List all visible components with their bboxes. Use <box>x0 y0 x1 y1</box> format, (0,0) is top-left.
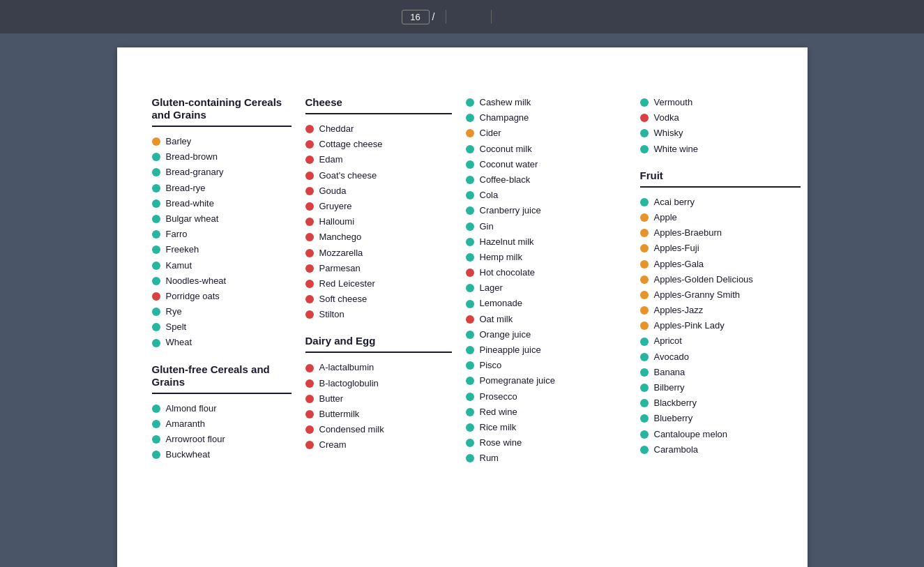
item-label: Cottage cheese <box>319 138 383 151</box>
page-number-input[interactable] <box>402 10 430 24</box>
indicator-dot <box>152 292 160 301</box>
list-item: Cider <box>466 127 626 139</box>
indicator-dot <box>640 244 649 252</box>
indicator-dot <box>152 435 160 444</box>
item-label: Amaranth <box>166 418 205 430</box>
section-0: Gluten-containing Cereals and GrainsBarl… <box>152 96 291 349</box>
indicator-dot <box>466 253 474 262</box>
list-item: Whisky <box>640 127 801 139</box>
list-item: Amaranth <box>152 418 291 430</box>
list-item: Coconut milk <box>466 143 626 156</box>
indicator-dot <box>466 238 474 246</box>
item-label: Bread-white <box>166 197 214 210</box>
item-label: Bilberry <box>654 381 685 394</box>
list-item: Apples-Fuji <box>640 242 801 255</box>
indicator-dot <box>466 191 474 199</box>
list-item: Acai berry <box>640 196 801 209</box>
section-1: FruitAcai berryAppleApples-BraeburnApple… <box>640 169 801 456</box>
list-item: Pineapple juice <box>466 344 626 356</box>
list-item: Manchego <box>305 231 452 243</box>
item-label: Manchego <box>319 231 362 243</box>
list-item: Bread-brown <box>152 151 291 163</box>
indicator-dot <box>640 275 649 284</box>
item-label: Avocado <box>654 351 689 363</box>
indicator-dot <box>466 393 474 401</box>
list-item: Kamut <box>152 259 291 272</box>
indicator-dot <box>466 114 474 122</box>
item-label: Goat's cheese <box>319 169 377 182</box>
item-label: Hot chocolate <box>480 266 536 279</box>
item-label: White wine <box>654 143 699 156</box>
item-label: Cantaloupe melon <box>654 428 728 441</box>
zoom-out-button[interactable] <box>455 14 463 20</box>
indicator-dot <box>466 160 474 169</box>
zoom-in-button[interactable] <box>474 14 483 20</box>
list-item: Apple <box>640 211 801 224</box>
column-1: Gluten-containing Cereals and GrainsBarl… <box>152 96 291 468</box>
indicator-dot <box>640 399 649 407</box>
indicator-dot <box>152 245 160 254</box>
food-list: BarleyBread-brownBread-granaryBread-ryeB… <box>152 135 291 349</box>
item-label: Farro <box>166 228 188 241</box>
section-underline <box>305 113 452 114</box>
item-label: Red wine <box>480 406 517 418</box>
list-item: Bread-granary <box>152 166 291 179</box>
list-item: Gruyere <box>305 200 452 213</box>
item-label: Condensed milk <box>319 423 384 436</box>
indicator-dot <box>640 306 649 315</box>
list-item: Goat's cheese <box>305 169 452 182</box>
food-list: Cashew milkChampagneCiderCoconut milkCoc… <box>466 96 626 465</box>
indicator-dot <box>466 439 474 447</box>
indicator-dot <box>466 206 474 215</box>
indicator-dot <box>466 408 474 416</box>
list-item: B-lactoglobulin <box>305 377 452 390</box>
item-label: Cider <box>480 127 501 139</box>
indicator-dot <box>152 405 160 413</box>
item-label: Blueberry <box>654 412 693 425</box>
item-label: Vermouth <box>654 96 693 109</box>
indicator-dot <box>640 114 649 122</box>
item-label: Soft cheese <box>319 293 368 305</box>
list-item: Hemp milk <box>466 251 626 264</box>
list-item: Cottage cheese <box>305 138 452 151</box>
food-list: A-lactalbuminB-lactoglobulinButterButter… <box>305 361 452 451</box>
item-label: Wheat <box>166 336 192 349</box>
column-4: VermouthVodkaWhiskyWhite wineFruitAcai b… <box>640 96 801 468</box>
item-label: Cheddar <box>319 123 354 135</box>
indicator-dot <box>152 323 160 331</box>
item-label: Parmesan <box>319 262 361 275</box>
list-item: Mozzarella <box>305 247 452 259</box>
indicator-dot <box>305 395 314 403</box>
item-label: Rye <box>166 305 182 318</box>
item-label: Apricot <box>654 335 682 347</box>
item-label: Coconut water <box>480 158 538 171</box>
item-label: Apples-Jazz <box>654 304 704 317</box>
indicator-dot <box>305 364 314 372</box>
section-title: Fruit <box>640 169 801 182</box>
list-item: Soft cheese <box>305 293 452 305</box>
indicator-dot <box>305 249 314 257</box>
content-wrapper: Gluten-containing Cereals and GrainsBarl… <box>0 33 924 567</box>
list-item: Barley <box>152 135 291 148</box>
indicator-dot <box>466 454 474 462</box>
list-item: Rye <box>152 305 291 318</box>
item-label: Pineapple juice <box>480 344 541 356</box>
item-label: A-lactalbumin <box>319 361 374 374</box>
indicator-dot <box>305 379 314 388</box>
divider-2 <box>491 10 492 24</box>
indicator-dot <box>152 308 160 316</box>
list-item: Rose wine <box>466 437 626 449</box>
indicator-dot <box>152 277 160 285</box>
indicator-dot <box>466 361 474 370</box>
item-label: Arrowroot flour <box>166 433 225 446</box>
item-label: Apples-Braeburn <box>654 227 722 239</box>
indicator-dot <box>466 176 474 184</box>
column-3: Cashew milkChampagneCiderCoconut milkCoc… <box>466 96 626 468</box>
columns-grid: Gluten-containing Cereals and GrainsBarl… <box>152 96 773 468</box>
fullscreen-button[interactable] <box>500 14 508 20</box>
history-button[interactable] <box>514 14 522 20</box>
indicator-dot <box>152 262 160 270</box>
list-item: Porridge oats <box>152 290 291 303</box>
toolbar: / <box>0 0 924 33</box>
item-label: Bread-granary <box>166 166 224 179</box>
